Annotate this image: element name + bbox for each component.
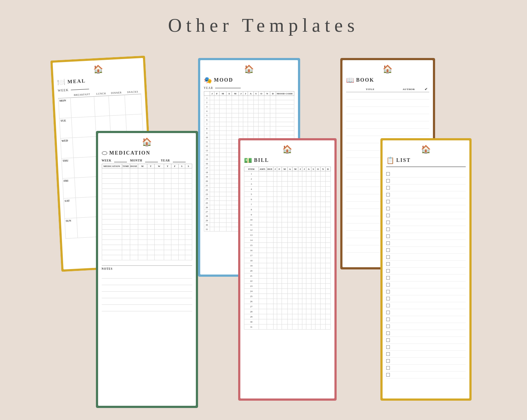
mood-card-label: MOOD [214, 77, 233, 83]
table-row: 5 [204, 113, 294, 118]
home-icon-book: 🏠 [383, 65, 392, 74]
list-checkbox [386, 228, 390, 231]
list-entry-line [391, 257, 466, 257]
list-entry-line [391, 354, 466, 354]
med-col-time: TIME [122, 164, 130, 168]
list-card-title-row: 📋 LIST [386, 156, 411, 164]
meal-fri: FRI [62, 178, 75, 199]
list-item [386, 365, 466, 372]
list-checkbox [386, 290, 390, 293]
table-row: 18 [244, 258, 330, 263]
list-entry-line [391, 285, 466, 285]
list-checkbox [386, 214, 390, 217]
med-col-s: S [178, 164, 185, 168]
table-row: 2 [204, 100, 294, 105]
list-checkbox [386, 352, 390, 356]
list-entry-line [391, 195, 466, 195]
list-item [386, 184, 466, 191]
bill-icon: 💵 [244, 156, 252, 164]
table-row: 26 [244, 299, 330, 304]
list-checkbox [386, 318, 390, 321]
table-row: 13 [244, 233, 330, 238]
list-item [386, 302, 466, 309]
table-row: 22 [244, 279, 330, 284]
book-author-col: AUTHOR [395, 86, 423, 92]
medication-template-card: 🏠 ⬭ MEDICATION WEEK MONTH YEAR ME [96, 131, 198, 408]
list-entry-line [391, 202, 466, 202]
list-item [386, 226, 466, 233]
bill-mar: M [282, 167, 287, 171]
table-row: 6 [244, 197, 330, 202]
list-entry-line [391, 174, 466, 174]
list-entry-line [391, 181, 466, 181]
list-checkbox [386, 221, 390, 224]
table-row [102, 204, 192, 209]
table-row [102, 225, 192, 230]
note-line [102, 305, 192, 311]
list-checkbox [386, 304, 390, 307]
med-table-header: MEDICATION TIME DOSE M T W T F S S [102, 164, 192, 168]
table-row: 19 [244, 263, 330, 268]
table-row [102, 230, 192, 235]
list-entry-line [391, 215, 466, 216]
home-icon: 🏠 [93, 65, 103, 74]
list-checkbox [386, 331, 390, 335]
table-row: 23 [244, 284, 330, 289]
list-checkbox [386, 324, 390, 328]
list-entry-line [391, 264, 466, 264]
meal-sun: SUN [65, 218, 77, 239]
list-entry-line [391, 326, 466, 327]
mood-day-col [204, 92, 210, 96]
bill-oct: O [315, 167, 321, 171]
page-title: Other Templates [168, 15, 359, 36]
list-item [386, 358, 466, 365]
med-col-t: T [147, 164, 154, 168]
list-item [386, 295, 466, 302]
med-card-border: 🏠 ⬭ MEDICATION WEEK MONTH YEAR ME [96, 131, 198, 408]
table-row [102, 240, 192, 245]
list-checkbox [386, 311, 390, 314]
mood-dec: D [270, 92, 276, 96]
list-checkbox [386, 193, 390, 197]
table-row [102, 250, 192, 255]
meal-week-row: WEEK [58, 87, 89, 92]
list-checkbox [386, 255, 390, 259]
table-row: 20 [244, 268, 330, 273]
table-row: 15 [244, 243, 330, 248]
list-entry-line [391, 347, 466, 347]
table-row [346, 92, 429, 100]
table-row [102, 194, 192, 199]
mood-year-line [215, 88, 241, 88]
bill-table: ITEM AMT. DUE J F M A M J J A S [244, 167, 331, 330]
note-line [102, 292, 192, 298]
meal-icon: 🍽️ [57, 78, 65, 86]
list-item [386, 254, 466, 261]
list-icon: 📋 [386, 156, 394, 164]
meal-week-line [71, 89, 89, 90]
home-icon-med: 🏠 [142, 137, 152, 147]
bill-card-inner: 🏠 💵 BILL ITEM AMT. DUE J F M [240, 140, 334, 398]
table-row [102, 168, 192, 174]
mood-code-col: MOOD CODE [276, 92, 294, 96]
table-row [102, 209, 192, 214]
meal-tue: TUE [59, 118, 72, 139]
list-checkbox [386, 297, 390, 300]
bill-may: M [292, 167, 298, 171]
table-row: 11 [244, 222, 330, 228]
list-entry-line [391, 188, 466, 188]
list-item [386, 205, 466, 212]
list-rows [386, 171, 466, 378]
table-row: 9 [204, 131, 294, 135]
table-row: 4 [204, 109, 294, 113]
table-row [102, 189, 192, 194]
table-row: 2 [244, 176, 330, 182]
bill-table-header: ITEM AMT. DUE J F M A M J J A S [244, 167, 330, 171]
table-row: 17 [244, 253, 330, 258]
med-fields-row: WEEK MONTH YEAR [102, 159, 186, 162]
med-card-title-row: ⬭ MEDICATION [102, 149, 151, 157]
medication-icon: ⬭ [102, 149, 107, 157]
list-checkbox [386, 283, 390, 287]
med-col-f: F [171, 164, 178, 168]
table-row [102, 184, 192, 189]
table-row: 24 [244, 289, 330, 294]
